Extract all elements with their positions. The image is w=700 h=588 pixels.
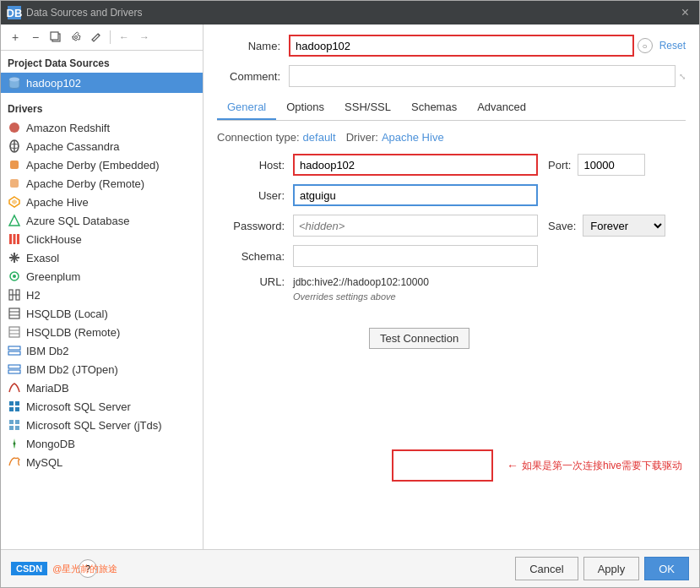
svg-rect-1	[51, 32, 58, 40]
forward-button[interactable]: →	[135, 28, 154, 46]
name-input[interactable]	[289, 35, 634, 57]
left-toolbar: + − ← →	[1, 24, 203, 51]
ibm-db2-icon	[8, 344, 21, 357]
svg-rect-42	[9, 426, 14, 430]
main-content: + − ← → Project Data Sources	[1, 24, 699, 549]
driver-item-apache-hive[interactable]: Apache Hive	[1, 193, 203, 211]
save-label: Save:	[548, 220, 576, 232]
svg-rect-29	[9, 327, 19, 337]
annotation-text: 如果是第一次连接hive需要下载驱动	[522, 459, 682, 473]
connection-type-value[interactable]: default	[303, 131, 336, 144]
driver-label: MySQL	[26, 456, 62, 469]
test-connection-button[interactable]: Test Connection	[369, 328, 469, 349]
driver-item-mariadb[interactable]: MariaDB	[1, 378, 203, 397]
tab-ssh-ssl[interactable]: SSH/SSL	[334, 95, 401, 120]
mongodb-icon	[8, 437, 21, 450]
tabs-bar: General Options SSH/SSL Schemas Advanced	[217, 95, 686, 121]
tab-general[interactable]: General	[217, 95, 276, 120]
title-bar: DB Data Sources and Drivers ×	[1, 1, 699, 24]
back-button[interactable]: ←	[115, 28, 133, 46]
project-item-hadoop[interactable]: hadoop102	[1, 73, 203, 93]
comment-row: Comment: ⤡	[217, 65, 686, 87]
derby-icon	[8, 158, 21, 172]
svg-rect-33	[8, 351, 20, 355]
driver-item-mssql[interactable]: Microsoft SQL Server	[1, 397, 203, 416]
driver-item-apache-cassandra[interactable]: Apache Cassandra	[1, 137, 203, 155]
driver-label: Amazon Redshift	[26, 122, 110, 134]
driver-item-h2[interactable]: H2	[1, 286, 203, 304]
driver-item-greenplum[interactable]: Greenplum	[1, 267, 203, 286]
driver-item-clickhouse[interactable]: ClickHouse	[1, 230, 203, 248]
host-row: Host: Port:	[217, 154, 686, 176]
driver-item-apache-derby-embedded[interactable]: Apache Derby (Embedded)	[1, 155, 203, 174]
dialog-window: DB Data Sources and Drivers × + − ←	[0, 0, 700, 588]
apply-button[interactable]: Apply	[583, 557, 640, 580]
svg-rect-11	[10, 179, 19, 188]
cassandra-icon	[8, 139, 21, 153]
ok-button[interactable]: OK	[644, 557, 689, 580]
driver-item-mongodb[interactable]: MongoDB	[1, 434, 203, 453]
driver-label: HSQLDB (Local)	[26, 308, 108, 320]
app-icon: DB	[8, 6, 21, 19]
driver-item-azure-sql[interactable]: Azure SQL Database	[1, 211, 203, 230]
name-clear-button[interactable]: ○	[638, 38, 653, 53]
settings-icon	[70, 31, 82, 43]
driver-value-link[interactable]: Apache Hive	[382, 131, 444, 144]
cancel-button[interactable]: Cancel	[515, 557, 578, 580]
driver-item-mssql-jtds[interactable]: Microsoft SQL Server (jTds)	[1, 416, 203, 434]
annotation-arrow: ←	[507, 459, 518, 472]
host-input[interactable]	[293, 154, 538, 176]
user-row: User:	[217, 184, 686, 206]
svg-point-2	[75, 36, 78, 39]
add-button[interactable]: +	[6, 28, 24, 46]
tab-options[interactable]: Options	[276, 95, 334, 120]
project-item-label: hadoop102	[26, 77, 81, 90]
svg-rect-15	[14, 234, 16, 244]
drivers-section: Drivers Amazon Redshift Apache Cassandra	[1, 96, 203, 471]
tab-schemas[interactable]: Schemas	[401, 95, 467, 120]
settings-button[interactable]	[67, 28, 85, 46]
copy-button[interactable]	[46, 28, 65, 46]
user-input[interactable]	[293, 184, 538, 206]
left-panel: + − ← → Project Data Sources	[1, 24, 203, 549]
svg-rect-16	[17, 234, 19, 244]
password-input[interactable]	[293, 215, 538, 237]
driver-item-ibm-db2[interactable]: IBM Db2	[1, 341, 203, 360]
port-label: Port:	[548, 159, 571, 172]
tab-advanced[interactable]: Advanced	[467, 95, 536, 120]
redshift-icon	[8, 121, 21, 134]
schema-input[interactable]	[293, 245, 538, 267]
derby-remote-icon	[8, 177, 21, 190]
remove-button[interactable]: −	[26, 28, 45, 46]
schema-row: Schema:	[217, 245, 686, 267]
hsqldb-remote-icon	[8, 325, 21, 339]
edit-button[interactable]	[87, 28, 106, 46]
ibm-db2-jtopen-icon	[8, 362, 21, 376]
drivers-header: Drivers	[1, 96, 203, 118]
mssql-jtds-icon	[8, 418, 21, 432]
resize-icon: ⤡	[679, 72, 686, 81]
clickhouse-icon	[8, 232, 21, 246]
mysql-icon	[8, 455, 21, 469]
driver-item-amazon-redshift[interactable]: Amazon Redshift	[1, 118, 203, 137]
dialog-title: Data Sources and Drivers	[26, 7, 678, 19]
driver-item-apache-derby-remote[interactable]: Apache Derby (Remote)	[1, 174, 203, 193]
driver-item-mysql[interactable]: MySQL	[1, 453, 203, 471]
driver-item-hsqldb-remote[interactable]: HSQLDB (Remote)	[1, 323, 203, 341]
driver-label: MongoDB	[26, 438, 75, 450]
driver-item-ibm-db2-jtopen[interactable]: IBM Db2 (JTOpen)	[1, 360, 203, 378]
h2-icon	[8, 288, 21, 302]
comment-label: Comment:	[217, 70, 280, 83]
driver-item-hsqldb-local[interactable]: HSQLDB (Local)	[1, 304, 203, 323]
test-connection-wrapper: Test Connection	[293, 318, 686, 349]
save-select[interactable]: Forever Never For session	[583, 215, 665, 237]
svg-rect-37	[15, 401, 19, 406]
url-override-text: Overrides settings above	[293, 291, 396, 302]
svg-rect-34	[8, 365, 20, 368]
driver-item-exasol[interactable]: Exasol	[1, 248, 203, 267]
comment-input[interactable]	[289, 65, 676, 87]
svg-rect-41	[15, 420, 19, 424]
reset-link[interactable]: Reset	[659, 40, 686, 52]
close-button[interactable]: ×	[678, 5, 692, 20]
port-input[interactable]	[578, 154, 645, 176]
